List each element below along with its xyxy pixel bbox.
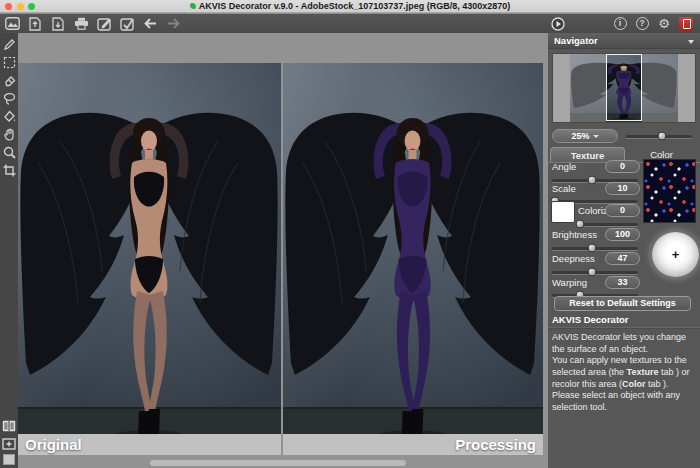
colorize-slider-thumb[interactable] (576, 220, 585, 229)
redo-icon (165, 16, 181, 32)
zoom-slider[interactable] (626, 130, 692, 142)
navigator-dim-left (570, 54, 606, 122)
processing-label: Processing (283, 434, 543, 455)
light-direction-control[interactable]: + (652, 232, 699, 277)
app-icon (190, 3, 196, 9)
lasso-icon[interactable] (1, 90, 17, 106)
angle-slider-thumb[interactable] (588, 176, 597, 185)
light-direction-marker-icon: + (672, 247, 680, 262)
title-bar: AKVIS Decorator v.9.0 - AdobeStock_10710… (0, 0, 700, 13)
hand-tool-icon[interactable] (1, 126, 17, 142)
selection-brush-icon[interactable] (1, 36, 17, 52)
processing-image-panel[interactable]: Processing (283, 33, 543, 468)
brightness-slider-thumb[interactable] (587, 244, 596, 253)
warping-label: Warping (552, 277, 587, 288)
view-mode-icon[interactable] (1, 418, 17, 434)
deepness-label: Deepness (552, 253, 595, 264)
selection-bucket-icon[interactable] (1, 108, 17, 124)
navigator-dim-right (642, 54, 678, 122)
zoom-tool-icon[interactable] (1, 144, 17, 160)
angle-label: Angle (552, 161, 576, 172)
angle-value[interactable]: 0 (605, 160, 640, 173)
image-size-icon[interactable] (1, 436, 17, 452)
reset-defaults-button[interactable]: Reset to Default Settings (554, 296, 691, 311)
original-image-panel[interactable]: Original (18, 33, 281, 468)
background-swatch[interactable] (3, 454, 15, 465)
hints-panel-text: AKVIS Decorator lets you change the surf… (552, 332, 695, 414)
navigator-header[interactable]: Navigator (548, 33, 700, 49)
share-image-icon[interactable] (119, 16, 135, 32)
preferences-gear-icon[interactable]: ⚙ (656, 16, 672, 32)
hints-panel-title: AKVIS Decorator (552, 314, 629, 325)
brightness-label: Brightness (552, 229, 597, 240)
crop-tool-icon[interactable] (1, 162, 17, 178)
navigator-thumbnail[interactable] (552, 53, 696, 123)
original-photo (18, 63, 281, 455)
undo-icon[interactable] (142, 16, 158, 32)
scale-label: Scale (552, 183, 576, 194)
post-image-icon[interactable] (96, 16, 112, 32)
horizontal-scrollbar[interactable] (150, 460, 406, 466)
main-toolbar: i ? ⚙ (0, 14, 700, 33)
warping-value[interactable]: 33 (605, 276, 640, 289)
settings-sidebar: Navigator 25% Texture Color Angle 0 Scal… (548, 33, 700, 468)
texture-pattern-preview[interactable] (643, 159, 696, 223)
akvis-logo-icon[interactable] (678, 16, 694, 32)
selection-marquee-icon[interactable] (1, 54, 17, 70)
open-image-icon[interactable] (27, 16, 43, 32)
image-workspace: Original Processing (18, 33, 548, 468)
run-button[interactable] (550, 16, 566, 32)
zoom-slider-thumb[interactable] (658, 132, 667, 141)
window-title: AKVIS Decorator v.9.0 - AdobeStock_10710… (0, 0, 700, 13)
navigator-viewport-frame[interactable] (606, 54, 642, 121)
colorize-color-swatch[interactable] (551, 201, 575, 223)
processing-photo (283, 63, 543, 455)
print-icon[interactable] (73, 16, 89, 32)
save-image-icon[interactable] (50, 16, 66, 32)
zoom-level-dropdown[interactable]: 25% (552, 129, 618, 143)
original-label: Original (18, 434, 281, 455)
deepness-value[interactable]: 47 (605, 252, 640, 265)
colorize-value[interactable]: 0 (605, 204, 640, 217)
eraser-icon[interactable] (1, 72, 17, 88)
scale-value[interactable]: 10 (605, 182, 640, 195)
workspace-image-icon[interactable] (4, 16, 20, 32)
zoom-dropdown-caret-icon (593, 135, 599, 138)
navigator-collapse-caret-icon[interactable] (688, 40, 694, 44)
app-window: AKVIS Decorator v.9.0 - AdobeStock_10710… (0, 0, 700, 468)
brightness-value[interactable]: 100 (605, 228, 640, 241)
deepness-slider-thumb[interactable] (587, 268, 596, 277)
quick-info-button[interactable]: i (612, 16, 628, 32)
tools-panel (0, 33, 18, 468)
help-button[interactable]: ? (634, 16, 650, 32)
